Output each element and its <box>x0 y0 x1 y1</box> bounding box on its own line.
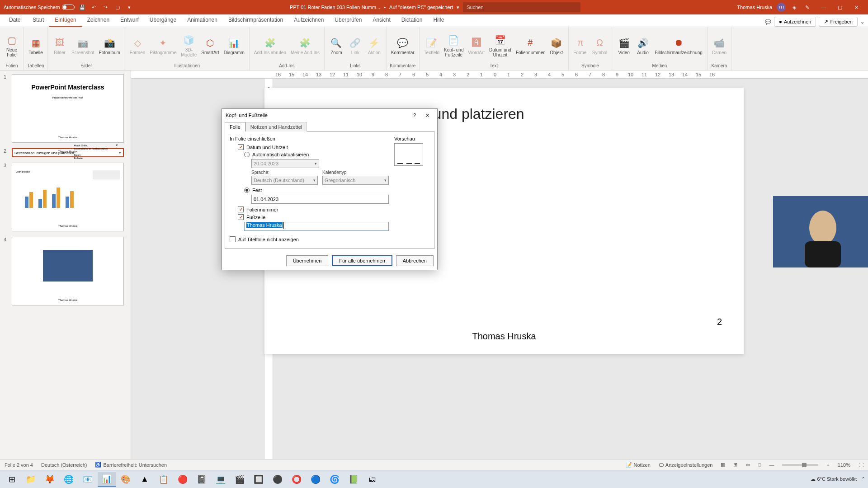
select-auto-date[interactable]: 20.04.2023 <box>251 159 319 168</box>
help-icon[interactable]: ? <box>408 110 421 121</box>
obs-icon[interactable]: ⚫ <box>269 472 287 487</box>
apply-button[interactable]: Übernehmen <box>286 255 329 266</box>
search-input[interactable] <box>463 2 580 12</box>
app-icon[interactable]: 🔲 <box>250 472 268 487</box>
weather-widget[interactable]: ☁ 6°C Stark bewölkt <box>811 476 857 482</box>
tab-hilfe[interactable]: Hilfe <box>428 14 449 27</box>
firefox-icon[interactable]: 🦊 <box>41 472 59 487</box>
tray-chevron-icon[interactable]: ⌃ <box>861 476 865 482</box>
ribbon-objekt[interactable]: 📦Objekt <box>547 36 566 56</box>
onenote-icon[interactable]: 📓 <box>193 472 211 487</box>
view-normal-icon[interactable]: ▦ <box>721 462 725 468</box>
ribbon-neue-folie[interactable]: ▢NeueFolie <box>3 33 21 58</box>
autosave-toggle[interactable]: Automatisches Speichern <box>4 5 75 10</box>
slide-thumb-4[interactable]: Thomas Hruska <box>12 237 124 305</box>
checkbox-hide-title[interactable] <box>230 236 236 242</box>
explorer-icon[interactable]: 📁 <box>22 472 40 487</box>
ribbon-tabelle[interactable]: ▦Tabelle <box>27 36 45 56</box>
dialog-close-icon[interactable]: ✕ <box>421 110 434 121</box>
ribbon-fotoalbum[interactable]: 📸Fotoalbum <box>97 36 122 56</box>
app-icon[interactable]: 📋 <box>155 472 173 487</box>
ribbon-audio[interactable]: 🔊Audio <box>634 36 652 56</box>
cancel-button[interactable]: Abbrechen <box>396 255 434 266</box>
radio-fixed[interactable] <box>244 188 250 193</box>
app-icon[interactable]: 🔴 <box>174 472 192 487</box>
select-calendar[interactable]: Gregorianisch <box>322 176 389 185</box>
tab-start[interactable]: Start <box>27 14 49 27</box>
chrome-icon[interactable]: 🌐 <box>60 472 78 487</box>
view-slideshow-icon[interactable]: ▯ <box>758 462 761 468</box>
present-icon[interactable]: ▢ <box>113 3 122 11</box>
save-icon[interactable]: 💾 <box>78 3 86 11</box>
fit-icon[interactable]: ⛶ <box>859 462 863 468</box>
tab-bildschirmpräsentation[interactable]: Bildschirmpräsentation <box>223 14 288 27</box>
tab-notes[interactable]: Notizen und Handzettel <box>245 122 307 131</box>
tab-überprüfen[interactable]: Überprüfen <box>329 14 367 27</box>
app-icon[interactable]: 🔵 <box>307 472 325 487</box>
excel-icon[interactable]: 📗 <box>344 472 363 487</box>
more-icon[interactable]: ▾ <box>125 3 133 11</box>
tab-aufzeichnen[interactable]: Aufzeichnen <box>288 14 329 27</box>
view-sorter-icon[interactable]: ⊞ <box>733 462 737 468</box>
powerpoint-icon[interactable]: 📊 <box>98 472 116 487</box>
ribbon-video[interactable]: 🎬Video <box>615 36 633 56</box>
slide-thumb-2[interactable]: Seitenanzahl einfügen und platzieren#hac… <box>12 148 124 157</box>
display-settings[interactable]: 🖵 Anzeigeeinstellungen <box>659 462 713 468</box>
doc-title: PPT 01 Roter Faden 003 Folien-Numm... <box>290 5 380 10</box>
notes-button[interactable]: 📝 Notizen <box>626 462 651 468</box>
slide-thumb-1[interactable]: PowerPoint MasterclassPräsentieren wie e… <box>12 74 124 143</box>
ribbon-kommentar[interactable]: 💬Kommentar <box>389 36 416 56</box>
checkbox-slidenumber[interactable] <box>238 206 244 212</box>
app-icon[interactable]: ✎ <box>803 3 811 11</box>
app-icon[interactable]: 🎨 <box>117 472 135 487</box>
share-button[interactable]: ↗ Freigeben <box>819 17 858 27</box>
undo-icon[interactable]: ↶ <box>90 3 98 11</box>
ribbon-diagramm[interactable]: 📊Diagramm <box>222 36 246 56</box>
slide-panel[interactable]: 1PowerPoint MasterclassPräsentieren wie … <box>0 70 131 459</box>
tab-übergänge[interactable]: Übergänge <box>144 14 182 27</box>
start-button[interactable]: ⊞ <box>3 472 21 487</box>
outlook-icon[interactable]: 📧 <box>79 472 97 487</box>
edge-icon[interactable]: 🌀 <box>326 472 344 487</box>
input-footer[interactable]: Thomas Hruska <box>244 222 389 231</box>
language-status[interactable]: Deutsch (Österreich) <box>41 462 87 468</box>
maximize-icon[interactable]: ▢ <box>832 0 848 14</box>
accessibility-status[interactable]: ♿ Barrierefreiheit: Untersuchen <box>95 462 167 468</box>
tab-datei[interactable]: Datei <box>4 14 27 27</box>
comments-toggle-icon[interactable]: 💬 <box>765 19 771 25</box>
minimize-icon[interactable]: — <box>816 0 832 14</box>
ribbon-zoom[interactable]: 🔍Zoom <box>327 36 345 56</box>
tab-dictation[interactable]: Dictation <box>396 14 428 27</box>
app-icon[interactable]: 🗂 <box>363 472 382 487</box>
vlc-icon[interactable]: ▲ <box>136 472 154 487</box>
redo-icon[interactable]: ↷ <box>102 3 110 11</box>
cloud-icon[interactable]: ◈ <box>790 3 798 11</box>
tab-slide[interactable]: Folie <box>225 122 245 131</box>
ribbon-smartart[interactable]: ⬡SmartArt <box>199 36 221 56</box>
tab-zeichnen[interactable]: Zeichnen <box>82 14 115 27</box>
ribbon-datum und-uhrzeit[interactable]: 📅Datum undUhrzeit <box>487 33 513 58</box>
input-fixed-date[interactable] <box>251 195 389 204</box>
zoom-level[interactable]: 110% <box>838 462 850 468</box>
apply-all-button[interactable]: Für alle übernehmen <box>332 255 392 266</box>
checkbox-footer[interactable] <box>238 214 244 220</box>
app-icon[interactable]: 🎬 <box>231 472 249 487</box>
radio-auto[interactable] <box>244 152 250 157</box>
app-icon[interactable]: ⭕ <box>288 472 306 487</box>
select-language[interactable]: Deutsch (Deutschland) <box>251 176 318 185</box>
tab-entwurf[interactable]: Entwurf <box>115 14 144 27</box>
record-button[interactable]: ● Aufzeichnen <box>774 17 816 27</box>
ribbon-bildschirmaufzeichnung[interactable]: ⏺Bildschirmaufzeichnung <box>653 36 704 56</box>
slide-thumb-3[interactable]: Chart previewThomas Hruska <box>12 163 124 231</box>
close-icon[interactable]: ✕ <box>848 0 864 14</box>
tab-animationen[interactable]: Animationen <box>182 14 223 27</box>
ribbon-kopf- und-fußzeile[interactable]: 📄Kopf- undFußzeile <box>442 33 465 58</box>
view-reading-icon[interactable]: ▭ <box>745 462 750 468</box>
user-avatar[interactable]: TH <box>777 3 786 12</box>
vscode-icon[interactable]: 💻 <box>212 472 230 487</box>
tab-einfügen[interactable]: Einfügen <box>49 14 81 27</box>
checkbox-datetime[interactable] <box>238 144 244 150</box>
ribbon-foliennummer[interactable]: #Foliennummer <box>514 36 547 56</box>
ribbon-chevron-icon[interactable]: ⌄ <box>860 19 864 25</box>
tab-ansicht[interactable]: Ansicht <box>367 14 396 27</box>
